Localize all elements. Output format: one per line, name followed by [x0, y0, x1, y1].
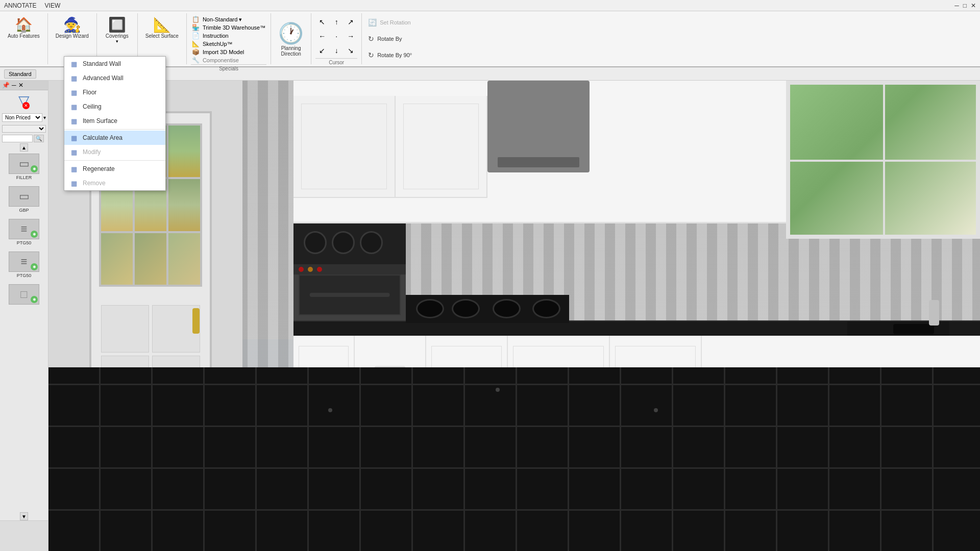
design-wizard-button[interactable]: 🧙 Design Wizard: [52, 15, 92, 41]
non-standard-button[interactable]: 📋 Non-Standard ▾: [191, 15, 266, 23]
list-item[interactable]: □ ✱: [2, 284, 46, 306]
list-item[interactable]: ▭ ✱ FILLER: [2, 154, 46, 180]
calculate-area-icon: ▦: [69, 133, 79, 142]
panel-close-icon[interactable]: ✕: [18, 82, 23, 89]
oven-handle: [310, 293, 390, 297]
remove-icon: ▦: [69, 179, 79, 188]
ptg50a-dot: ✱: [31, 231, 38, 238]
coverings-icon: 🔲: [108, 18, 126, 32]
panel-pin-icon[interactable]: 📌: [2, 82, 10, 89]
category-select[interactable]: [2, 125, 46, 133]
trimble-icon: 🏪: [192, 24, 200, 31]
rotate-by-button[interactable]: ↻ Rotate By: [366, 34, 414, 44]
coverings-button[interactable]: 🔲 Coverings ▾: [102, 15, 132, 46]
dropdown-item-surface[interactable]: ▦ Item Surface: [64, 114, 165, 128]
ceiling-icon: ▦: [69, 102, 79, 111]
set-rotation-button[interactable]: 🔄 Set Rotation: [366, 17, 414, 28]
cursor-group-label: Cursor: [315, 58, 357, 65]
dropdown-modify[interactable]: ▦ Modify: [64, 145, 165, 159]
ptg50a-icon: ≡: [21, 222, 28, 236]
dropdown-floor[interactable]: ▦ Floor: [64, 85, 165, 99]
search-input[interactable]: [2, 135, 33, 142]
rotate-by-90-label: Rotate By 90°: [377, 52, 412, 58]
dropdown-ceiling[interactable]: ▦ Ceiling: [64, 99, 165, 114]
cursor-left-button[interactable]: ←: [315, 30, 329, 43]
scroll-down-button[interactable]: ▼: [20, 512, 28, 520]
dropdown-regenerate[interactable]: ▦ Regenerate: [64, 162, 165, 176]
non-standard-icon: 📋: [192, 16, 200, 23]
filter-select[interactable]: Non Priced: [2, 113, 42, 122]
regenerate-icon: ▦: [69, 164, 79, 173]
menu-view[interactable]: VIEW: [45, 2, 61, 9]
select-surface-button[interactable]: 📐 Select Surface: [142, 15, 182, 41]
item-thumb-gbp: ▭: [9, 186, 39, 207]
dropdown-standard-wall[interactable]: ▦ Standard Wall: [64, 57, 165, 71]
panel-minimize-icon[interactable]: ─: [12, 82, 16, 89]
ptg50b-label: PTG50: [17, 273, 32, 278]
standard-tab-button[interactable]: Standard: [4, 69, 36, 79]
list-item[interactable]: ▭ GBP: [2, 186, 46, 213]
import-3d-model-button[interactable]: 📦 Import 3D Model: [191, 48, 266, 56]
sketchup-button[interactable]: 📐 SketchUp™: [191, 40, 266, 48]
list-item[interactable]: ≡ ✱ PTG50: [2, 219, 46, 245]
cabinet-door-1: [301, 104, 387, 189]
cursor-upleft-button[interactable]: ↖: [315, 15, 329, 29]
dropdown-separator-1: [64, 129, 165, 130]
auto-features-button[interactable]: 🏠 Auto Features: [4, 15, 43, 41]
cursor-center-button[interactable]: ·: [330, 30, 343, 43]
search-button[interactable]: 🔍: [34, 135, 44, 142]
non-standard-label: Non-Standard ▾: [203, 16, 242, 23]
rotate-by-90-icon: ↻: [368, 51, 374, 59]
ptg50a-dot-icon: ✱: [33, 232, 36, 237]
standard-wall-icon: ▦: [69, 59, 79, 68]
advanced-wall-label: Advanced Wall: [83, 74, 124, 82]
viewport: [48, 81, 980, 551]
glass-pane-6: [168, 179, 200, 231]
select-surface-label: Select Surface: [145, 33, 179, 39]
cursor-right-button[interactable]: →: [344, 30, 357, 43]
auto-features-label: Auto Features: [8, 33, 40, 39]
ribbon-group-auto-features: 🏠 Auto Features: [0, 13, 48, 64]
cursor-upright-button[interactable]: ↗: [344, 15, 357, 29]
sink-basin: [893, 324, 934, 334]
control-light-2: [308, 267, 313, 272]
floor-icon: ▦: [69, 88, 79, 97]
menu-annotate[interactable]: ANNOTATE: [4, 2, 37, 9]
componentise-icon: 🔧: [192, 57, 200, 64]
dropdown-remove[interactable]: ▦ Remove: [64, 176, 165, 190]
cursor-downright-button[interactable]: ↘: [344, 44, 357, 57]
coverings-dropdown-arrow[interactable]: ▾: [116, 39, 118, 44]
burner-3: [360, 231, 383, 254]
door-handle: [192, 308, 200, 334]
set-rotation-label: Set Rotation: [380, 19, 411, 26]
minimize-icon[interactable]: ─: [954, 2, 959, 9]
box-dot-icon: ✱: [33, 297, 36, 302]
filter-dropdown-arrow[interactable]: ▾: [43, 115, 46, 120]
planning-direction-button[interactable]: 🕐 PlanningDirection: [278, 21, 304, 57]
floor-dot-2: [328, 408, 332, 412]
list-item[interactable]: ≡ ✱ PTG50: [2, 252, 46, 278]
search-row: [0, 124, 48, 134]
calculate-area-label: Calculate Area: [83, 134, 122, 141]
dropdown-calculate-area[interactable]: ▦ Calculate Area: [64, 131, 165, 145]
cursor-down-button[interactable]: ↓: [330, 44, 343, 57]
remove-label: Remove: [83, 180, 106, 187]
componentise-button[interactable]: 🔧 Componentise: [191, 56, 266, 64]
gbp-label: GBP: [19, 208, 29, 213]
dropdown-advanced-wall[interactable]: ▦ Advanced Wall: [64, 71, 165, 85]
cursor-downleft-button[interactable]: ↙: [315, 44, 329, 57]
trimble-warehouse-button[interactable]: 🏪 Trimble 3D Warehouse™: [191, 23, 266, 32]
rotate-by-90-button[interactable]: ↻ Rotate By 90°: [366, 50, 414, 60]
select-surface-icon: 📐: [153, 18, 171, 32]
item-thumb-filler: ▭ ✱: [9, 154, 39, 174]
maximize-icon[interactable]: □: [963, 2, 967, 9]
search-row-input: 🔍: [0, 134, 48, 143]
instruction-button[interactable]: 📄 Instruction: [191, 32, 266, 40]
cursor-row-top: ↖ ↑ ↗: [315, 15, 357, 29]
menu-bar: ANNOTATE VIEW ─ □ ✕: [0, 0, 980, 11]
cursor-up-button[interactable]: ↑: [330, 15, 343, 29]
close-icon[interactable]: ✕: [971, 2, 976, 9]
scroll-up-button[interactable]: ▲: [20, 143, 28, 152]
kitchen-scene: [48, 81, 980, 551]
import-3d-icon: 📦: [192, 48, 200, 56]
